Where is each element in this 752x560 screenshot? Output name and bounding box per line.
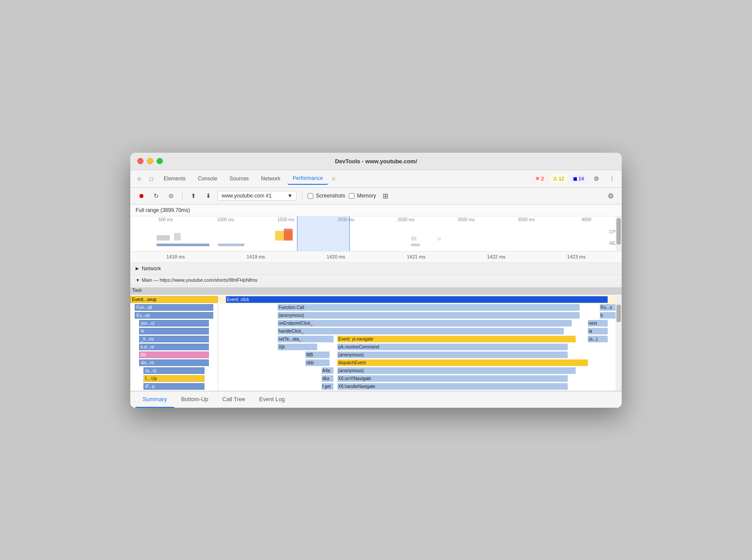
error-badge: ✕ 2 [533,175,546,183]
tab-call-tree[interactable]: Call Tree [215,391,252,408]
flame-pill-fget[interactable]: f.get [322,383,333,390]
timeline-scrollbar[interactable] [616,216,622,251]
tab-elements[interactable]: Elements [158,173,191,184]
flame-row-10[interactable]: f....Up dka X6.onYtNavigate [130,375,616,383]
memory-checkbox[interactable] [349,193,355,199]
tab-network[interactable]: Network [256,173,286,184]
tab-performance[interactable]: Performance [287,172,328,185]
flame-pill-handleclick[interactable]: handleClick_ [278,328,564,334]
flame-left-7: Bb [130,351,218,359]
titlebar: DevTools - www.youtube.com/ [130,153,622,170]
flame-row-6[interactable]: k.d...nt Xjb pA.resolveCommand [130,343,616,351]
flame-pill-xjb[interactable]: Xjb [278,344,318,350]
svg-rect-4 [411,237,416,241]
minimize-button[interactable] [147,158,153,164]
more-options-icon[interactable]: ⋮ [606,172,618,185]
flame-left-11: tF...p [130,383,218,391]
flame-row-1[interactable]: Fun...all Function Call Ru...s [130,304,616,312]
network-track: ▶ Network [130,263,622,275]
main-track-header[interactable]: ▼ Main — https://www.youtube.com/shorts/… [130,275,622,286]
traffic-lights [137,158,163,164]
svg-rect-5 [437,237,441,241]
tab-summary[interactable]: Summary [136,391,174,408]
screenshots-checkbox[interactable] [308,193,313,199]
cpu-throttle-icon[interactable]: ⊞ [380,190,391,201]
flame-pill-a-dots[interactable]: (a...) [588,336,608,342]
flame-label-3: (an...s) [139,320,209,327]
flame-pill-ta[interactable]: ta [588,328,608,334]
flame-scrollbar-thumb[interactable] [616,305,621,322]
inspect-icon[interactable]: ⊹ [134,173,144,184]
url-dropdown-icon[interactable]: ▼ [287,193,293,199]
detail-ruler-1422: 1422 ms [456,254,537,259]
flame-row-4[interactable]: fx handleClick_ ta [130,327,616,335]
tab-console[interactable]: Console [193,173,222,184]
memory-checkbox-group: Memory [349,193,376,199]
flame-pill-dispatch[interactable]: dispatchEvent [337,359,588,366]
tab-event-log[interactable]: Event Log [252,391,292,408]
device-icon[interactable]: □ [146,173,157,184]
warning-icon: ⚠ [553,176,558,182]
flame-right-7: MB (anonymous) [218,351,616,359]
flame-row-0[interactable]: Event...seup Event: click [130,296,616,304]
url-selector[interactable]: www.youtube.com #1 ▼ [218,191,297,201]
flame-row-11[interactable]: tF...p f.get X6.handleNavigate [130,383,616,391]
main-track-label: Main — https://www.youtube.com/shorts/9l… [142,277,257,283]
clear-button[interactable]: ⊘ [165,190,177,201]
upload-button[interactable]: ⬆ [188,190,199,201]
flame-right-2: (anonymous) b [218,312,616,319]
flame-pill-a4a[interactable]: A4a [322,367,333,374]
scrollbar-thumb[interactable] [616,218,621,244]
tab-bar: ⊹ □ Elements Console Sources Network Per… [130,170,622,188]
flame-pill-nbb[interactable]: nbb [305,359,329,366]
record-button[interactable]: ⏺ [136,190,147,201]
flame-pill-b[interactable]: b [600,312,616,319]
flame-pill-anon1[interactable]: (anonymous) [337,352,568,358]
timeline-overview[interactable]: 500 ms 1000 ms 1500 ms 2000 ms 2500 ms 3… [130,216,622,251]
flame-pill-onendpoint[interactable]: onEndpointClick_ [278,320,572,327]
maximize-button[interactable] [157,158,163,164]
timeline-selection[interactable] [297,216,350,251]
flame-pill-dka[interactable]: dka [322,375,333,382]
flame-pill-sette[interactable]: setTe...ata_ [278,336,333,342]
flame-pill-onytnavigate[interactable]: X6.onYtNavigate [337,375,568,382]
task-row: Task [130,287,622,295]
download-button[interactable]: ⬇ [203,190,214,201]
ruler-3500: 3500 ms [496,217,556,222]
flame-pill-ytnavigate[interactable]: Event: yt-navigate [337,336,576,342]
window-title: DevTools - www.youtube.com/ [335,158,417,165]
flame-scrollbar[interactable] [616,296,622,391]
flame-pill-resolve[interactable]: pA.resolveCommand [337,344,568,350]
screenshots-label: Screenshots [316,193,345,199]
flame-pill-click[interactable]: Event: click [226,296,608,303]
flame-pill-funccall[interactable]: Function Call [278,304,580,311]
flame-row-8[interactable]: dis...nt nbb dispatchEvent [130,359,616,367]
more-tabs-icon[interactable]: » [330,175,337,183]
svg-rect-3 [284,229,293,241]
flame-row-2[interactable]: Ev...up (anonymous) b [130,312,616,319]
flame-left-4: fx [130,327,218,335]
full-range-label: Full range (3899.70ms) [130,205,622,216]
settings-icon[interactable]: ⚙ [590,172,602,185]
flame-pill-anon2[interactable]: (anonymous) [337,367,576,374]
flame-row-7[interactable]: Bb MB (anonymous) [130,351,616,359]
flame-chart-area[interactable]: Event...seup Event: click Fun...all Func… [130,296,622,391]
flame-row-5[interactable]: _fi...es setTe...ata_ Event: yt-navigate… [130,335,616,343]
flame-pill-rus[interactable]: Ru...s [600,304,616,311]
flame-pill-next[interactable]: next [588,320,608,327]
capture-settings-icon[interactable]: ⚙ [605,190,616,201]
flame-pill-handlenavigate[interactable]: X6.handleNavigate [337,383,568,390]
flame-pill-mb[interactable]: MB [305,352,329,358]
close-button[interactable] [137,158,143,164]
timeline-ruler: 500 ms 1000 ms 1500 ms 2000 ms 2500 ms 3… [130,217,622,222]
flame-row-3[interactable]: (an...s) onEndpointClick_ next [130,319,616,327]
tab-bottom-up[interactable]: Bottom-Up [174,391,215,408]
flame-label-10: f....Up [143,375,204,382]
network-track-header[interactable]: ▶ Network [130,263,622,274]
network-collapse-icon: ▶ [136,266,139,271]
reload-record-button[interactable]: ↻ [150,190,162,201]
flame-pill-anon0[interactable]: (anonymous) [278,312,580,319]
flame-row-9[interactable]: (a...s) A4a (anonymous) [130,367,616,375]
network-track-label: Network [142,266,161,272]
tab-sources[interactable]: Sources [224,173,254,184]
